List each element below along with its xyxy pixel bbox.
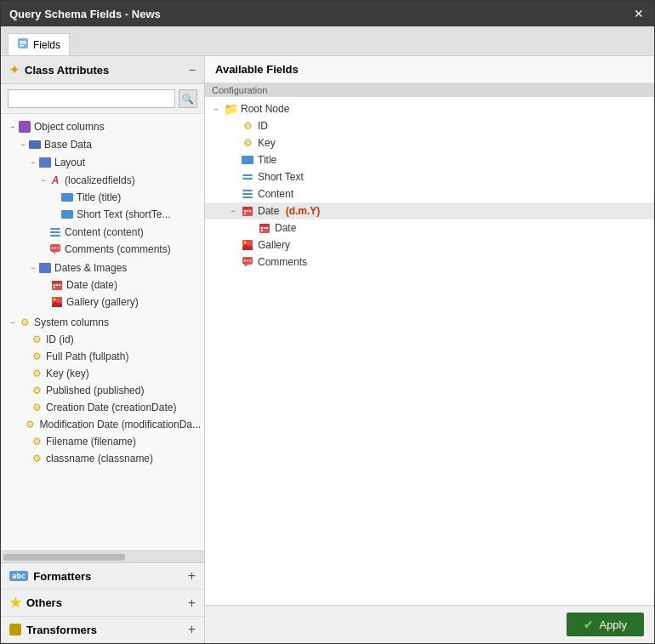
apply-button[interactable]: ✔ Apply [567,613,644,636]
collapse-icon[interactable]: − [189,63,196,77]
af-label-id: ID [258,120,268,132]
toggle-empty-sys7 [20,436,30,447]
toggle-empty-sys3 [20,368,30,379]
tree-row-content[interactable]: Content (content) [1,224,204,241]
tree-row-short-text[interactable]: Short Text (shortTe... [1,206,204,223]
icon-layout [38,156,52,169]
label-key: Key (key) [46,368,89,379]
svg-rect-28 [264,227,265,229]
af-toggle-date[interactable]: − [229,207,237,215]
toggle-object-columns[interactable]: − [8,122,18,132]
tree-row-id[interactable]: ⚙ ID (id) [1,331,204,348]
search-input[interactable] [8,89,175,108]
af-node-date-child[interactable]: Date [205,219,654,237]
svg-point-35 [244,260,246,262]
label-comments-l: Comments (comments) [65,243,171,255]
af-node-content[interactable]: Content [205,185,654,202]
label-classname: classname (classname) [46,453,153,464]
svg-rect-20 [242,207,253,209]
af-node-gallery[interactable]: Gallery [205,237,654,254]
close-button[interactable]: ✕ [632,7,646,20]
tab-fields[interactable]: Fields [8,33,70,55]
tree-row-date-date[interactable]: Date (date) [1,276,204,294]
formatters-add-button[interactable]: + [188,568,196,584]
toggle-dates-images[interactable]: − [28,263,38,273]
svg-point-6 [54,248,56,249]
label-fullpath: Full Path (fullpath) [46,350,128,362]
tree-row-gallery[interactable]: Gallery (gallery) [1,294,204,311]
toggle-layout[interactable]: − [28,157,38,168]
left-panel: ✦ Class Attributes − 🔍 − [1,56,205,643]
tree-row-object-columns[interactable]: − Object columns [1,118,204,135]
transformers-add-button[interactable]: + [188,622,196,637]
tree-row-fullpath[interactable]: ⚙ Full Path (fullpath) [1,348,204,365]
toggle-system-columns[interactable]: − [8,317,18,328]
tree-row-creation-date[interactable]: ⚙ Creation Date (creationDate) [1,399,204,416]
af-node-date-parent[interactable]: − Date (d.m.Y) [205,202,654,219]
icon-published: ⚙ [30,384,43,397]
tree-row-system-columns[interactable]: − ⚙ System columns [1,314,204,331]
label-title-title: Title (title) [77,191,121,203]
content-area: ✦ Class Attributes − 🔍 − [1,56,654,643]
tree-row-base-data[interactable]: − Base Data [1,136,204,153]
af-node-root[interactable]: − 📁 Root Node [205,100,654,117]
tree-row-title-title[interactable]: Title (title) [1,189,204,206]
toggle-empty-6 [40,297,50,307]
label-short-text: Short Text (shortTe... [77,208,171,220]
svg-rect-2 [20,43,26,45]
toggle-empty-sys8 [20,453,30,464]
tree-row-comments-l[interactable]: Comments (comments) [1,241,204,258]
toggle-localizedfields[interactable]: − [38,175,48,185]
label-object-columns: Object columns [34,121,105,133]
svg-rect-12 [56,284,58,286]
check-icon: ✔ [584,618,594,631]
horizontal-scrollbar[interactable] [1,550,204,562]
tab-fields-label: Fields [33,39,60,51]
left-panel-header: ✦ Class Attributes − [1,56,204,84]
tree-row-dates-images[interactable]: − Dates & Images [1,259,204,276]
af-node-comments[interactable]: Comments [205,254,654,271]
tree-row-layout[interactable]: − Layout [1,154,204,171]
tree-row-published[interactable]: ⚙ Published (published) [1,382,204,399]
af-label-date-parent: Date (d.m.Y) [258,205,320,217]
af-node-shorttext[interactable]: Short Text [205,168,654,185]
tree-row-key[interactable]: ⚙ Key (key) [1,365,204,382]
svg-rect-14 [54,287,55,288]
af-label-gallery: Gallery [258,239,290,251]
af-toggle-root[interactable]: − [212,105,220,113]
label-modification-date: Modification Date (modificationDa... [40,419,201,430]
toggle-empty-4 [38,244,48,254]
af-icon-shorttext [241,170,254,184]
label-system-columns: System columns [34,316,109,328]
af-toggle-empty-content [229,190,237,198]
af-toggle-empty-title [229,156,237,164]
toggle-empty-sys5 [20,402,30,413]
af-label-content: Content [258,188,293,200]
search-button[interactable]: 🔍 [179,89,197,108]
tree-row-filename[interactable]: ⚙ Filename (filename) [1,433,204,450]
label-filename: Filename (filename) [46,436,136,447]
tree-row-localizedfields[interactable]: − A (localizedfields) [1,172,204,189]
tree-row-modification-date[interactable]: ⚙ Modification Date (modificationDa... [1,416,204,433]
af-toggle-empty-id [229,122,237,130]
section-formatters-left: abc Formatters [9,570,91,583]
icon-gallery [50,295,64,309]
toggle-empty-2 [50,209,60,219]
tree-row-classname[interactable]: ⚙ classname (classname) [1,450,204,467]
section-others-left: ★ Others [9,595,62,611]
apply-label: Apply [599,618,627,631]
tree-node-localizedfields: − A (localizedfields) [1,171,204,224]
section-transformers[interactable]: Transformers + [1,617,204,643]
af-node-id[interactable]: ⚙ ID [205,117,654,134]
af-node-title[interactable]: Title [205,151,654,168]
toggle-base-data[interactable]: − [18,140,28,150]
svg-rect-11 [54,284,55,286]
af-toggle-empty-gallery [229,241,237,249]
others-add-button[interactable]: + [188,596,196,611]
section-formatters[interactable]: abc Formatters + [1,563,204,590]
formatters-icon: abc [9,571,28,581]
af-icon-id: ⚙ [241,119,254,133]
af-node-key[interactable]: ⚙ Key [205,134,654,151]
tree-node-system-columns: − ⚙ System columns ⚙ ID (id) [1,313,204,468]
section-others[interactable]: ★ Others + [1,590,204,617]
